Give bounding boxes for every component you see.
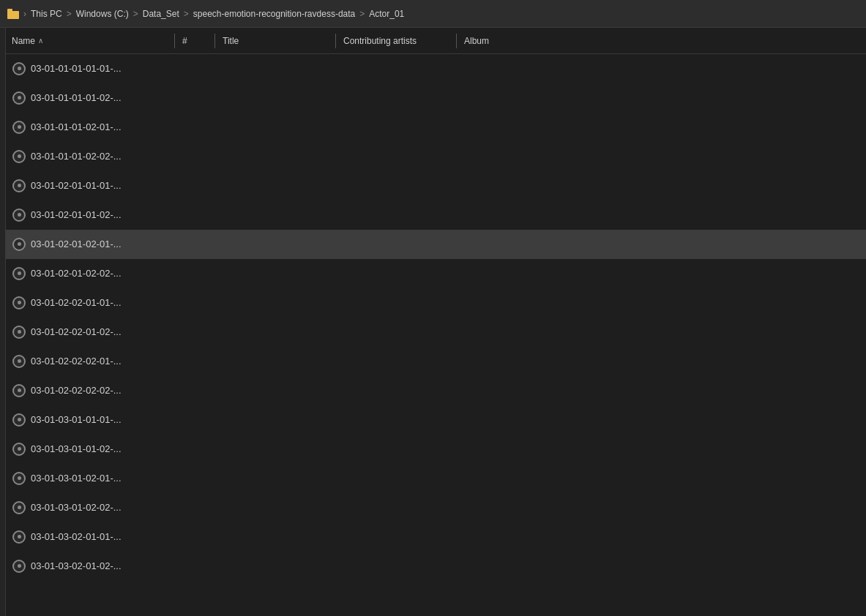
audio-file-icon	[12, 91, 26, 105]
audio-file-icon	[12, 413, 26, 427]
audio-file-icon	[12, 500, 26, 515]
file-name: 03-01-03-01-02-01-...	[31, 473, 177, 484]
table-row[interactable]: 03-01-02-01-02-01-...	[6, 230, 866, 259]
table-row[interactable]: 03-01-01-01-02-01-...	[6, 113, 866, 142]
col-divider-1	[174, 34, 175, 48]
column-contributing-artists[interactable]: Contributing artists	[337, 33, 455, 49]
audio-file-icon	[12, 530, 26, 544]
audio-file-icon	[12, 208, 26, 222]
column-headers: Name ∧ # Title Contributing artists Albu…	[6, 28, 866, 54]
table-row[interactable]: 03-01-03-02-01-02-...	[6, 552, 866, 581]
col-divider-2	[214, 34, 215, 48]
file-name: 03-01-03-02-01-01-...	[31, 531, 177, 542]
table-row[interactable]: 03-01-02-02-02-01-...	[6, 347, 866, 376]
table-row[interactable]: 03-01-03-01-02-02-...	[6, 493, 866, 522]
audio-file-icon	[12, 471, 26, 486]
col-divider-3	[335, 34, 336, 48]
breadcrumb-dataset[interactable]: Data_Set	[143, 9, 179, 19]
file-name: 03-01-02-01-01-02-...	[31, 209, 177, 220]
file-name: 03-01-01-01-01-02-...	[31, 92, 177, 103]
audio-file-icon	[12, 559, 26, 574]
table-row[interactable]: 03-01-01-01-01-01-...	[6, 54, 866, 83]
file-name: 03-01-03-01-01-01-...	[31, 414, 177, 425]
audio-file-icon	[12, 120, 26, 135]
file-name: 03-01-02-02-01-01-...	[31, 297, 177, 308]
file-name: 03-01-02-02-02-02-...	[31, 385, 177, 396]
file-name: 03-01-03-01-01-02-...	[31, 443, 177, 454]
file-name: 03-01-02-01-02-02-...	[31, 268, 177, 279]
audio-file-icon	[12, 354, 26, 369]
file-name: 03-01-02-02-02-01-...	[31, 356, 177, 367]
audio-file-icon	[12, 296, 26, 310]
file-name: 03-01-03-02-01-02-...	[31, 560, 177, 571]
table-row[interactable]: 03-01-03-01-02-01-...	[6, 464, 866, 493]
column-number[interactable]: #	[176, 33, 213, 49]
file-name: 03-01-02-01-02-01-...	[31, 238, 177, 249]
audio-file-icon	[12, 149, 26, 164]
main-content: Name ∧ # Title Contributing artists Albu…	[6, 28, 866, 616]
audio-file-icon	[12, 179, 26, 193]
table-row[interactable]: 03-01-02-01-01-01-...	[6, 171, 866, 200]
table-row[interactable]: 03-01-02-01-01-02-...	[6, 200, 866, 230]
file-name: 03-01-02-01-01-01-...	[31, 180, 177, 191]
audio-file-icon	[12, 383, 26, 398]
file-name: 03-01-01-01-02-02-...	[31, 151, 177, 162]
file-name: 03-01-02-02-01-02-...	[31, 326, 177, 337]
audio-file-icon	[12, 266, 26, 281]
file-list: 03-01-01-01-01-01-...03-01-01-01-01-02-.…	[6, 54, 866, 616]
audio-file-icon	[12, 325, 26, 339]
col-divider-4	[456, 34, 457, 48]
breadcrumb-speech-emotion[interactable]: speech-emotion-recognition-ravdess-data	[193, 9, 355, 19]
column-album[interactable]: Album	[458, 33, 575, 49]
sort-arrow-icon: ∧	[38, 37, 43, 45]
audio-file-icon	[12, 61, 26, 76]
breadcrumb-bar: › This PC > Windows (C:) > Data_Set > sp…	[0, 0, 866, 28]
left-nav-edge	[0, 28, 6, 616]
breadcrumb-actor01[interactable]: Actor_01	[369, 9, 404, 19]
table-row[interactable]: 03-01-03-02-01-01-...	[6, 522, 866, 552]
column-name[interactable]: Name ∧	[12, 33, 173, 49]
table-row[interactable]: 03-01-02-02-02-02-...	[6, 376, 866, 405]
folder-icon	[7, 9, 19, 19]
audio-file-icon	[12, 442, 26, 457]
table-row[interactable]: 03-01-02-02-01-02-...	[6, 318, 866, 347]
breadcrumb-this-pc[interactable]: This PC	[31, 9, 62, 19]
table-row[interactable]: 03-01-03-01-01-02-...	[6, 435, 866, 464]
column-title[interactable]: Title	[217, 33, 334, 49]
table-row[interactable]: 03-01-03-01-01-01-...	[6, 405, 866, 435]
breadcrumb-windows-c[interactable]: Windows (C:)	[76, 9, 129, 19]
table-row[interactable]: 03-01-01-01-02-02-...	[6, 142, 866, 171]
file-name: 03-01-01-01-02-01-...	[31, 121, 177, 132]
file-name: 03-01-03-01-02-02-...	[31, 502, 177, 513]
table-row[interactable]: 03-01-02-02-01-01-...	[6, 288, 866, 318]
table-row[interactable]: 03-01-02-01-02-02-...	[6, 259, 866, 288]
audio-file-icon	[12, 237, 26, 252]
table-row[interactable]: 03-01-01-01-01-02-...	[6, 83, 866, 113]
file-name: 03-01-01-01-01-01-...	[31, 63, 177, 74]
